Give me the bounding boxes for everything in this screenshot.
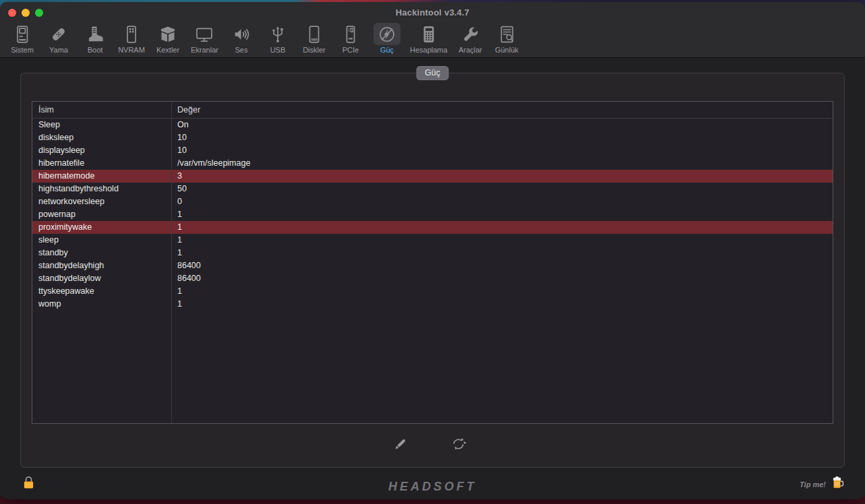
toolbar-item-label: Boot <box>88 46 103 54</box>
row-name: networkoversleep <box>32 195 171 208</box>
tip-me[interactable]: Tip me! <box>800 474 845 491</box>
display-icon <box>191 23 218 45</box>
row-name: ttyskeepawake <box>32 285 171 298</box>
row-name: standbydelaylow <box>32 272 171 285</box>
toolbar-item-label: Güç <box>380 46 394 54</box>
toolbar-item-gunluk[interactable]: Günlük <box>489 23 525 54</box>
edit-button[interactable] <box>392 435 409 453</box>
toolbar-item-diskler[interactable]: Diskler <box>296 23 332 54</box>
row-name: hibernatefile <box>32 157 171 170</box>
row-name: highstandbythreshold <box>32 183 171 195</box>
row-name: Sleep <box>32 119 171 131</box>
toolbar-item-ses[interactable]: Ses <box>223 23 260 54</box>
row-value: 50 <box>171 183 187 195</box>
toolbar-item-label: Diskler <box>303 46 326 54</box>
table-row[interactable]: womp1 <box>32 298 833 311</box>
toolbar-item-hesaplama[interactable]: Hesaplama <box>405 23 452 54</box>
table-body: SleepOndisksleep10displaysleep10hibernat… <box>32 119 833 311</box>
row-name: womp <box>32 298 171 311</box>
toolbar-item-nvram[interactable]: NVRAM <box>113 23 150 54</box>
row-value: 1 <box>171 247 182 259</box>
table-row[interactable]: powernap1 <box>32 208 833 221</box>
row-name: proximitywake <box>32 221 171 234</box>
table-row[interactable]: proximitywake1 <box>32 221 833 234</box>
classic-computer-icon <box>9 23 36 45</box>
toolbar-item-label: Ses <box>235 46 247 54</box>
window-chrome: Hackintool v3.4.7 SistemYamaBootNVRAMKex… <box>0 2 865 58</box>
main-content: Güç İsim Değer SleepOndisksleep10display… <box>0 58 865 499</box>
toolbar-item-yama[interactable]: Yama <box>40 23 77 54</box>
toolbar-item-label: Kextler <box>156 46 179 54</box>
toolbar-item-sistem[interactable]: Sistem <box>4 23 40 54</box>
row-value: 1 <box>171 208 182 221</box>
table-row[interactable]: hibernatemode3 <box>32 170 833 183</box>
toolbar-item-araclar[interactable]: Araçlar <box>452 23 489 54</box>
table-row[interactable]: standbydelaylow86400 <box>32 272 833 285</box>
tab-guc[interactable]: Güç <box>416 66 449 80</box>
row-value: 86400 <box>171 272 201 285</box>
toolbar-item-label: Sistem <box>11 46 34 54</box>
row-value: 1 <box>171 221 182 234</box>
row-name: disksleep <box>32 131 171 144</box>
toolbar-item-label: NVRAM <box>118 46 145 54</box>
window-title: Hackintool v3.4.7 <box>0 7 865 18</box>
brand-logo: HEADSOFT <box>0 480 865 494</box>
toolbar-item-label: Yama <box>49 46 68 54</box>
calculator-icon <box>415 23 442 45</box>
wrench-icon <box>457 23 484 45</box>
table-row[interactable]: standbydelayhigh86400 <box>32 259 833 272</box>
row-value: 10 <box>171 144 187 157</box>
app-window: Hackintool v3.4.7 SistemYamaBootNVRAMKex… <box>0 2 865 499</box>
row-name: sleep <box>32 234 171 247</box>
row-value: 1 <box>171 234 182 247</box>
table-actions <box>392 435 467 453</box>
toolbar-item-label: Günlük <box>495 46 518 54</box>
table-row[interactable]: SleepOn <box>32 119 833 131</box>
internal-drive-icon <box>301 23 328 45</box>
row-value: 86400 <box>171 259 201 272</box>
toolbar-item-kextler[interactable]: Kextler <box>150 23 186 54</box>
table-row[interactable]: sleep1 <box>32 234 833 247</box>
table-row[interactable]: highstandbythreshold50 <box>32 183 833 195</box>
log-search-icon <box>494 23 520 45</box>
refresh-icon <box>450 436 467 452</box>
table-row[interactable]: networkoversleep0 <box>32 195 833 208</box>
column-header-deger[interactable]: Değer <box>171 102 200 118</box>
boot-icon <box>82 23 109 45</box>
memory-icon <box>118 23 145 45</box>
row-value: 1 <box>171 298 182 311</box>
row-name: powernap <box>32 208 171 221</box>
toolbar-item-label: Araçlar <box>458 46 482 54</box>
tip-me-label: Tip me! <box>800 476 826 489</box>
row-value: 0 <box>171 195 182 208</box>
speaker-icon <box>228 23 255 45</box>
row-name: hibernatemode <box>32 170 171 183</box>
power-bolt-icon <box>374 23 400 45</box>
row-name: standby <box>32 247 171 259</box>
toolbar-item-guc[interactable]: Güç <box>369 23 405 54</box>
toolbar-item-label: USB <box>270 46 286 54</box>
toolbar-item-boot[interactable]: Boot <box>77 23 113 54</box>
table-row[interactable]: disksleep10 <box>32 131 833 144</box>
power-panel: Güç İsim Değer SleepOndisksleep10display… <box>20 73 845 468</box>
toolbar-item-label: Hesaplama <box>410 46 448 54</box>
table-row[interactable]: hibernatefile/var/vm/sleepimage <box>32 157 833 170</box>
table-row[interactable]: ttyskeepawake1 <box>32 285 833 298</box>
toolbar: SistemYamaBootNVRAMKextlerEkranlarSesUSB… <box>0 20 865 57</box>
toolbar-item-usb[interactable]: USB <box>260 23 296 54</box>
toolbar-item-ekranlar[interactable]: Ekranlar <box>186 23 223 54</box>
table-row[interactable]: displaysleep10 <box>32 144 833 157</box>
row-name: standbydelayhigh <box>32 259 171 272</box>
beer-icon <box>831 474 845 491</box>
refresh-button[interactable] <box>450 435 467 453</box>
table-header: İsim Değer <box>32 102 833 119</box>
row-value: /var/vm/sleepimage <box>171 157 250 170</box>
row-name: displaysleep <box>32 144 171 157</box>
toolbar-item-pcie[interactable]: PCIe <box>332 23 369 54</box>
row-value: On <box>171 119 189 131</box>
power-settings-table: İsim Değer SleepOndisksleep10displayslee… <box>32 101 833 424</box>
column-header-isim[interactable]: İsim <box>32 102 171 118</box>
usb-icon <box>264 23 291 45</box>
table-row[interactable]: standby1 <box>32 247 833 259</box>
toolbar-item-label: PCIe <box>342 46 359 54</box>
